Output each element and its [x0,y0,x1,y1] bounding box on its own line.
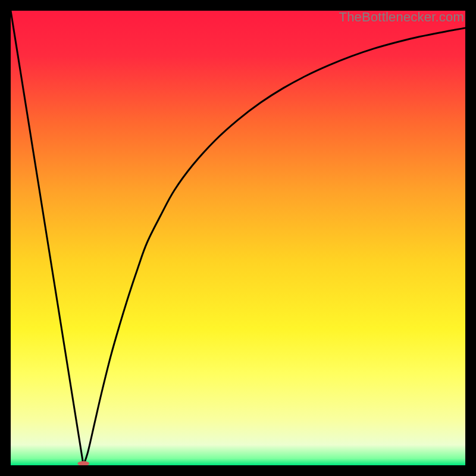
bottleneck-chart [11,11,465,465]
watermark-label: TheBottlenecker.com [339,10,464,25]
chart-frame: TheBottlenecker.com [11,11,465,465]
heatmap-background [11,11,465,465]
